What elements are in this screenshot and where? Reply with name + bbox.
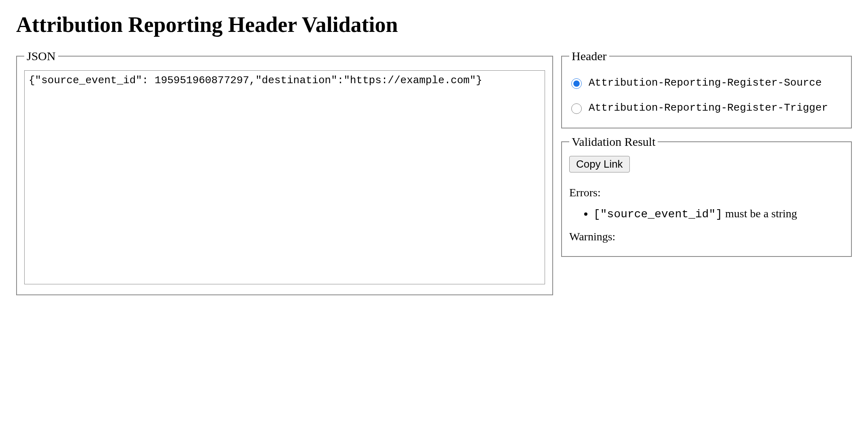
result-fieldset: Validation Result Copy Link Errors: ["so… (561, 135, 852, 257)
copy-link-button[interactable]: Copy Link (569, 156, 630, 172)
header-fieldset: Header Attribution-Reporting-Register-So… (561, 49, 852, 128)
header-legend: Header (569, 49, 609, 63)
errors-list: ["source_event_id"] must be a string (569, 206, 844, 222)
json-legend: JSON (24, 49, 58, 63)
error-message: must be a string (725, 207, 797, 220)
warnings-label: Warnings: (569, 230, 844, 243)
json-fieldset: JSON {"source_event_id": 195951960877297… (16, 49, 553, 295)
radio-source-label[interactable]: Attribution-Reporting-Register-Source (589, 77, 822, 89)
header-option-source[interactable]: Attribution-Reporting-Register-Source (569, 70, 844, 95)
radio-trigger-label[interactable]: Attribution-Reporting-Register-Trigger (589, 102, 828, 114)
error-path: ["source_event_id"] (593, 208, 722, 221)
page-title: Attribution Reporting Header Validation (16, 12, 852, 37)
header-option-trigger[interactable]: Attribution-Reporting-Register-Trigger (569, 95, 844, 120)
json-input[interactable]: {"source_event_id": 195951960877297,"des… (24, 70, 545, 284)
radio-trigger[interactable] (571, 103, 582, 114)
result-legend: Validation Result (569, 135, 658, 149)
radio-source[interactable] (571, 78, 582, 89)
errors-label: Errors: (569, 186, 844, 199)
error-item: ["source_event_id"] must be a string (593, 206, 844, 222)
